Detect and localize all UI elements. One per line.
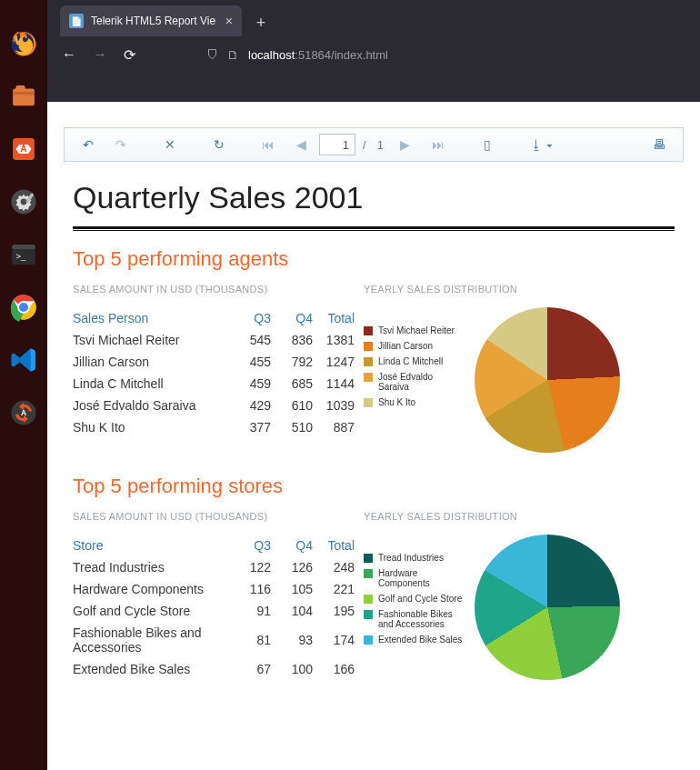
history-forward-button[interactable]: ↷ — [106, 132, 135, 157]
stores-pie-chart — [475, 535, 620, 680]
table-row: Fashionable Bikes and Accessories8193174 — [73, 622, 355, 658]
agents-pie-legend: Tsvi Michael Reiter Jillian Carson Linda… — [364, 307, 464, 407]
history-back-button[interactable]: ↶ — [74, 132, 103, 157]
last-page-button[interactable]: ⏭ — [424, 132, 453, 157]
dock-vscode-icon[interactable] — [5, 342, 42, 378]
table-row: Linda C Mitchell4596851144 — [73, 373, 355, 395]
table-row: Extended Bike Sales67100166 — [73, 658, 355, 680]
col-store: Store — [73, 535, 229, 556]
stores-subhead-right: YEARLY SALES DISTRIBUTION — [364, 511, 675, 522]
table-row: Tread Industries122126248 — [73, 556, 355, 578]
nav-forward-icon[interactable]: → — [93, 46, 107, 63]
svg-rect-10 — [12, 245, 35, 249]
report-title: Quarterly Sales 2001 — [73, 180, 675, 215]
stores-heading: Top 5 performing stores — [73, 475, 675, 498]
swatch-icon — [364, 569, 373, 578]
legend-item: Shu K Ito — [364, 397, 464, 407]
dock-firefox-icon[interactable] — [5, 25, 42, 62]
dock-files-icon[interactable] — [5, 78, 42, 115]
first-page-button[interactable]: ⏮ — [254, 132, 283, 157]
url-port: :51864 — [295, 48, 331, 62]
agents-subhead-left: SALES AMOUNT IN USD (THOUSANDS) — [73, 284, 355, 295]
agents-subhead-right: YEARLY SALES DISTRIBUTION — [364, 284, 675, 295]
col-total: Total — [313, 307, 355, 329]
refresh-button[interactable]: ↻ — [205, 132, 234, 157]
print-button[interactable]: 🖶 — [645, 132, 674, 157]
swatch-icon — [364, 373, 373, 382]
legend-item: José Edvaldo Saraiva — [364, 372, 464, 392]
col-total: Total — [313, 535, 355, 556]
agents-table: Sales Person Q3 Q4 Total Tsvi Michael Re… — [73, 307, 355, 438]
svg-rect-3 — [16, 85, 25, 90]
legend-item: Extended Bike Sales — [364, 635, 464, 645]
dock-chrome-icon[interactable] — [5, 289, 42, 325]
shield-icon: ⛉ — [206, 48, 218, 62]
stop-button[interactable]: ✕ — [155, 132, 185, 157]
agents-pie-chart — [475, 307, 620, 453]
table-row: Jillian Carson4557921247 — [73, 351, 355, 373]
export-button[interactable]: ⭳ ▾ — [522, 132, 562, 157]
stores-table: Store Q3 Q4 Total Tread Industries122126… — [73, 535, 355, 680]
svg-text:A: A — [20, 144, 27, 154]
col-q4: Q4 — [271, 535, 313, 556]
legend-item: Hardware Components — [364, 568, 464, 588]
url-bar[interactable]: ⛉ 🗋 localhost:51864/index.html — [206, 48, 388, 62]
swatch-icon — [364, 635, 373, 645]
url-host: localhost — [248, 48, 295, 62]
next-page-button[interactable]: ▶ — [391, 132, 420, 157]
col-q3: Q3 — [229, 307, 271, 329]
report-body: Quarterly Sales 2001 Top 5 performing ag… — [47, 162, 700, 680]
nav-reload-icon[interactable]: ⟳ — [124, 46, 135, 64]
col-q3: Q3 — [229, 535, 271, 556]
legend-item: Linda C Mitchell — [364, 356, 464, 366]
page-separator: / — [359, 138, 370, 152]
table-header-row: Sales Person Q3 Q4 Total — [73, 307, 355, 329]
legend-item: Tread Industries — [364, 553, 464, 563]
dock-updater-icon[interactable]: A — [5, 395, 42, 431]
svg-rect-2 — [13, 92, 35, 95]
page-content: ↶ ↷ ✕ ↻ ⏮ ◀ / 1 ▶ ⏭ ▯ ⭳ ▾ 🖶 Quarterly Sa… — [47, 102, 700, 770]
tab-strip: 📄 Telerik HTML5 Report Vie × + — [47, 0, 700, 36]
browser-tab[interactable]: 📄 Telerik HTML5 Report Vie × — [60, 5, 242, 36]
swatch-icon — [364, 398, 373, 407]
table-row: Golf and Cycle Store91104195 — [73, 600, 355, 622]
report-toolbar: ↶ ↷ ✕ ↻ ⏮ ◀ / 1 ▶ ⏭ ▯ ⭳ ▾ 🖶 — [64, 127, 684, 162]
dock-settings-icon[interactable] — [5, 184, 42, 220]
title-rule — [73, 226, 675, 231]
tab-close-icon[interactable]: × — [225, 14, 233, 28]
dock-terminal-icon[interactable]: >_ — [5, 236, 42, 273]
table-row: Tsvi Michael Reiter5458361381 — [73, 329, 355, 351]
legend-item: Jillian Carson — [364, 341, 464, 351]
swatch-icon — [364, 610, 373, 619]
browser-navbar: ← → ⟳ ⛉ 🗋 localhost:51864/index.html — [47, 36, 700, 73]
table-row: Shu K Ito377510887 — [73, 416, 355, 438]
table-row: José Edvaldo Saraiva4296101039 — [73, 395, 355, 416]
swatch-icon — [364, 326, 373, 335]
page-number-input[interactable] — [319, 134, 355, 155]
swatch-icon — [364, 342, 373, 351]
browser-chrome: 📄 Telerik HTML5 Report Vie × + ← → ⟳ ⛉ 🗋… — [47, 0, 700, 102]
url-path: /index.html — [331, 48, 388, 62]
svg-point-7 — [21, 199, 27, 205]
page-total: 1 — [374, 138, 387, 152]
tab-favicon-icon: 📄 — [69, 14, 84, 28]
col-q4: Q4 — [271, 307, 313, 329]
new-tab-button[interactable]: + — [247, 9, 275, 36]
page-info-icon[interactable]: 🗋 — [227, 48, 239, 62]
swatch-icon — [364, 357, 373, 366]
dock-software-icon[interactable]: A — [5, 131, 42, 167]
svg-text:>_: >_ — [16, 252, 26, 261]
table-row: Hardware Components116105221 — [73, 578, 355, 600]
stores-subhead-left: SALES AMOUNT IN USD (THOUSANDS) — [73, 511, 355, 522]
legend-item: Golf and Cycle Store — [364, 594, 464, 604]
table-header-row: Store Q3 Q4 Total — [73, 535, 355, 556]
col-salesperson: Sales Person — [73, 307, 229, 329]
agents-heading: Top 5 performing agents — [73, 247, 675, 271]
tab-title: Telerik HTML5 Report Vie — [91, 15, 218, 27]
swatch-icon — [364, 595, 373, 604]
stores-pie-legend: Tread Industries Hardware Components Gol… — [364, 535, 464, 645]
page-setup-button[interactable]: ▯ — [473, 132, 502, 157]
nav-back-icon[interactable]: ← — [62, 46, 76, 63]
prev-page-button[interactable]: ◀ — [286, 132, 315, 157]
agents-section: SALES AMOUNT IN USD (THOUSANDS) Sales Pe… — [73, 284, 675, 453]
